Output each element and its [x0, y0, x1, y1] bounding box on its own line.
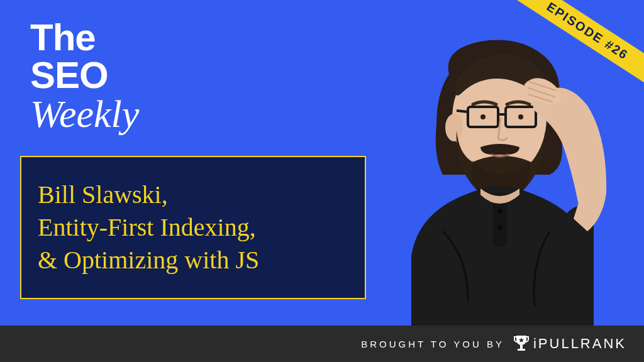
show-title-line1: The: [30, 19, 139, 57]
svg-point-8: [480, 114, 486, 119]
host-portrait: [374, 30, 613, 326]
person-illustration: [374, 30, 613, 326]
topic-text: Bill Slawski, Entity-First Indexing, & O…: [38, 178, 259, 277]
svg-rect-13: [518, 349, 525, 351]
svg-point-9: [518, 114, 523, 119]
brand-name: iPULLRANK: [533, 336, 626, 352]
svg-point-10: [497, 209, 502, 214]
episode-thumbnail: The SEO Weekly EPISODE #26: [0, 0, 644, 362]
svg-line-6: [457, 111, 468, 112]
svg-rect-12: [520, 345, 523, 349]
footer-prefix: BROUGHT TO YOU BY: [361, 339, 504, 349]
topic-box: Bill Slawski, Entity-First Indexing, & O…: [20, 156, 366, 299]
show-title-line2: SEO: [30, 57, 139, 94]
show-title-line3: Weekly: [30, 94, 139, 133]
show-title: The SEO Weekly: [30, 19, 139, 133]
brand: iPULLRANK: [513, 334, 626, 353]
footer-bar: BROUGHT TO YOU BY iPULLRANK: [0, 326, 644, 362]
trophy-icon: [513, 334, 530, 353]
svg-point-2: [445, 114, 463, 141]
svg-point-11: [497, 225, 502, 230]
